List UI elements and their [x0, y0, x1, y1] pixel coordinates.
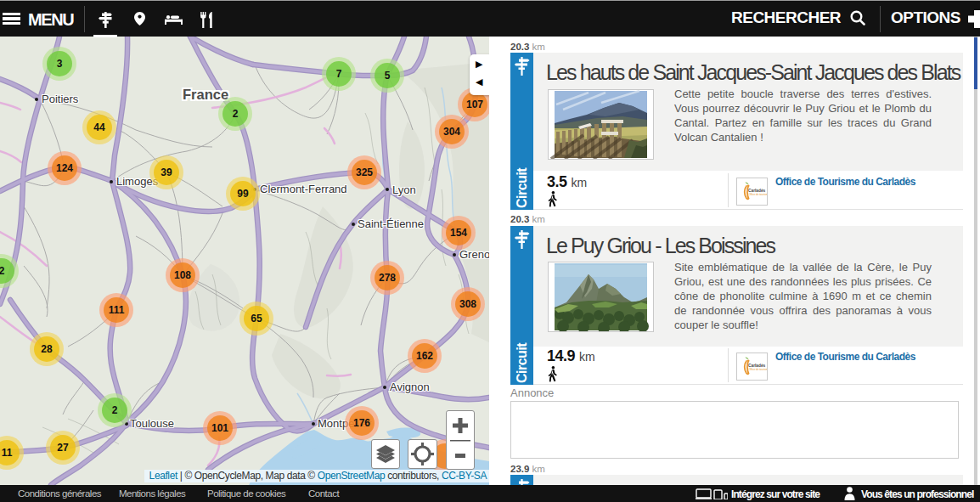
- svg-text:Carladès: Carladès: [748, 364, 766, 368]
- svg-text:Office de tourisme: Office de tourisme: [749, 193, 768, 196]
- svg-text:Carladès: Carladès: [748, 189, 766, 193]
- svg-text:Office de tourisme: Office de tourisme: [749, 368, 768, 371]
